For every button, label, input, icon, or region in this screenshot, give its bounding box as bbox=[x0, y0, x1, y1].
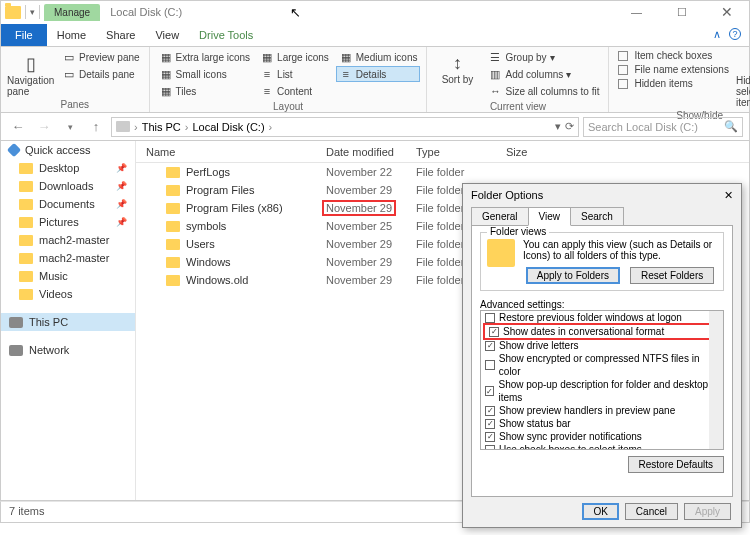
col-date[interactable]: Date modified bbox=[326, 146, 416, 158]
checkbox[interactable]: ✓ bbox=[485, 432, 495, 442]
layout-list-button[interactable]: ≡List bbox=[257, 66, 332, 82]
maximize-button[interactable]: ☐ bbox=[659, 1, 704, 24]
layout-tiles-button[interactable]: ▦Tiles bbox=[156, 83, 253, 99]
cancel-button[interactable]: Cancel bbox=[625, 503, 678, 520]
sidebar-item[interactable]: Music bbox=[1, 267, 135, 285]
dialog-title: Folder Options bbox=[471, 189, 543, 202]
preview-pane-button[interactable]: ▭Preview pane bbox=[59, 49, 143, 65]
group-by-button[interactable]: ☰Group by ▾ bbox=[485, 49, 602, 65]
layout-md-button[interactable]: ▦Medium icons bbox=[336, 49, 421, 65]
sidebar-this-pc[interactable]: This PC bbox=[1, 313, 135, 331]
hidden-items-toggle[interactable]: Hidden items bbox=[615, 77, 732, 90]
folder-icon bbox=[166, 257, 180, 268]
checkbox[interactable]: ✓ bbox=[485, 386, 494, 396]
item-checkboxes-toggle[interactable]: Item check boxes bbox=[615, 49, 732, 62]
adv-setting[interactable]: ✓Show sync provider notifications bbox=[481, 430, 723, 443]
forward-button[interactable]: → bbox=[33, 119, 55, 134]
dialog-tab-view[interactable]: View bbox=[528, 207, 572, 226]
checkbox[interactable] bbox=[485, 360, 495, 370]
col-size[interactable]: Size bbox=[506, 146, 566, 158]
help-icon[interactable]: ? bbox=[729, 28, 741, 40]
adv-setting[interactable]: ✓Show drive letters bbox=[481, 339, 723, 352]
dialog-close-button[interactable]: ✕ bbox=[724, 189, 733, 202]
folder-options-dialog: Folder Options ✕ General View Search Fol… bbox=[462, 183, 742, 528]
restore-defaults-button[interactable]: Restore Defaults bbox=[628, 456, 724, 473]
adv-setting[interactable]: ✓Show preview handlers in preview pane bbox=[481, 404, 723, 417]
advanced-settings-list[interactable]: Restore previous folder windows at logon… bbox=[480, 310, 724, 450]
folder-icon bbox=[19, 271, 33, 282]
reset-folders-button[interactable]: Reset Folders bbox=[630, 267, 714, 284]
checkbox[interactable]: ✓ bbox=[485, 406, 495, 416]
add-columns-button[interactable]: ▥Add columns ▾ bbox=[485, 66, 602, 82]
dialog-tab-general[interactable]: General bbox=[471, 207, 529, 226]
address-bar[interactable]: › This PC › Local Disk (C:) › ▾ ⟳ bbox=[111, 117, 579, 137]
col-type[interactable]: Type bbox=[416, 146, 506, 158]
adv-setting[interactable]: Use check boxes to select items bbox=[481, 443, 723, 450]
addr-dropdown-icon[interactable]: ▾ bbox=[555, 120, 561, 133]
sidebar-item[interactable]: Pictures📌 bbox=[1, 213, 135, 231]
apply-button[interactable]: Apply bbox=[684, 503, 731, 520]
navigation-pane-button[interactable]: ▯Navigation pane bbox=[7, 49, 55, 97]
sidebar: Quick access Desktop📌Downloads📌Documents… bbox=[1, 141, 136, 500]
up-button[interactable]: ↑ bbox=[85, 119, 107, 134]
qat-down-icon[interactable]: ▾ bbox=[30, 7, 35, 17]
minimize-button[interactable]: — bbox=[614, 1, 659, 24]
sidebar-item[interactable]: mach2-master bbox=[1, 249, 135, 267]
layout-lg-button[interactable]: ▦Large icons bbox=[257, 49, 332, 65]
scrollbar[interactable] bbox=[709, 311, 723, 449]
adv-setting[interactable]: ✓Show pop-up description for folder and … bbox=[481, 378, 723, 404]
tab-view[interactable]: View bbox=[145, 24, 189, 46]
checkbox[interactable]: ✓ bbox=[489, 327, 499, 337]
tab-drive-tools[interactable]: Drive Tools bbox=[189, 24, 263, 46]
sidebar-item[interactable]: Documents📌 bbox=[1, 195, 135, 213]
size-columns-button[interactable]: ↔Size all columns to fit bbox=[485, 83, 602, 99]
sidebar-quick-access[interactable]: Quick access bbox=[1, 141, 135, 159]
breadcrumb-drive[interactable]: Local Disk (C:) bbox=[192, 121, 264, 133]
checkbox[interactable] bbox=[485, 313, 495, 323]
sidebar-item[interactable]: Videos bbox=[1, 285, 135, 303]
hide-selected-button[interactable]: ◎Hide selected items bbox=[736, 49, 750, 108]
folder-views-icon bbox=[487, 239, 515, 267]
ribbon-collapse-icon[interactable]: ∧ bbox=[713, 28, 721, 41]
folder-icon bbox=[19, 253, 33, 264]
layout-content-button[interactable]: ≡Content bbox=[257, 83, 332, 99]
tab-home[interactable]: Home bbox=[47, 24, 96, 46]
apply-to-folders-button[interactable]: Apply to Folders bbox=[526, 267, 620, 284]
checkbox[interactable] bbox=[485, 445, 495, 451]
layout-details-button[interactable]: ≡Details bbox=[336, 66, 421, 82]
breadcrumb-pc[interactable]: This PC bbox=[142, 121, 181, 133]
address-bar-row: ← → ▾ ↑ › This PC › Local Disk (C:) › ▾ … bbox=[0, 113, 750, 141]
layout-sm-button[interactable]: ▦Small icons bbox=[156, 66, 253, 82]
titlebar: ▾ Manage Local Disk (C:) ↖ — ☐ ✕ bbox=[0, 0, 750, 23]
refresh-icon[interactable]: ⟳ bbox=[565, 120, 574, 133]
sidebar-item[interactable]: mach2-master bbox=[1, 231, 135, 249]
details-pane-button[interactable]: ▭Details pane bbox=[59, 66, 143, 82]
dialog-tab-search[interactable]: Search bbox=[570, 207, 624, 226]
checkbox[interactable]: ✓ bbox=[485, 341, 495, 351]
search-input[interactable]: Search Local Disk (C:) 🔍 bbox=[583, 117, 743, 137]
col-name[interactable]: Name bbox=[136, 146, 326, 158]
app-icon bbox=[5, 6, 21, 19]
back-button[interactable]: ← bbox=[7, 119, 29, 134]
folder-icon bbox=[166, 275, 180, 286]
close-button[interactable]: ✕ bbox=[704, 1, 749, 24]
tab-file[interactable]: File bbox=[1, 24, 47, 46]
sidebar-network[interactable]: Network bbox=[1, 341, 135, 359]
context-tab-label: Manage bbox=[44, 4, 100, 21]
folder-icon bbox=[19, 217, 33, 228]
file-ext-toggle[interactable]: File name extensions bbox=[615, 63, 732, 76]
checkbox[interactable]: ✓ bbox=[485, 419, 495, 429]
sidebar-item[interactable]: Downloads📌 bbox=[1, 177, 135, 195]
layout-xl-button[interactable]: ▦Extra large icons bbox=[156, 49, 253, 65]
group-label-panes: Panes bbox=[7, 97, 143, 112]
column-headers[interactable]: Name Date modified Type Size bbox=[136, 141, 749, 163]
recent-dropdown[interactable]: ▾ bbox=[59, 122, 81, 132]
file-row[interactable]: PerfLogsNovember 22File folder bbox=[136, 163, 749, 181]
adv-setting[interactable]: Show encrypted or compressed NTFS files … bbox=[481, 352, 723, 378]
sidebar-item[interactable]: Desktop📌 bbox=[1, 159, 135, 177]
ok-button[interactable]: OK bbox=[582, 503, 618, 520]
tab-share[interactable]: Share bbox=[96, 24, 145, 46]
sort-by-button[interactable]: ↕Sort by bbox=[433, 49, 481, 99]
adv-setting[interactable]: ✓Show status bar bbox=[481, 417, 723, 430]
adv-setting[interactable]: ✓Show dates in conversational format bbox=[483, 323, 721, 340]
